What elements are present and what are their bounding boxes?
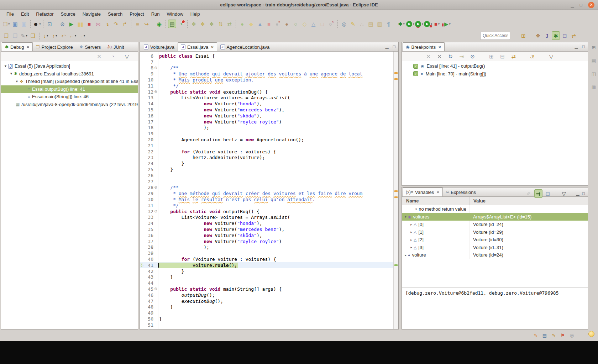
palette-circle-static-outline-icon[interactable]: ○S [327,20,335,28]
open-task-icon[interactable]: ❒ [2,31,10,40]
menu-run[interactable]: Run [148,11,163,17]
resume-icon[interactable]: ▶ [67,20,75,28]
variable-row-5[interactable]: ▸△[3]Voiture (id=31) [402,244,588,252]
line-number[interactable]: 35 [145,227,153,232]
step-over-icon[interactable]: ↷ [112,20,120,28]
code-text[interactable]: for (Voiture voiture : voitures) { [158,149,277,154]
code-text[interactable]: for (Voiture voiture : voitures) { [158,257,277,262]
palette-circle-static-icon[interactable]: ●S [274,20,282,28]
diagram-align-center-icon[interactable]: ❖ [199,20,207,28]
diagram-align-left-icon[interactable]: ❖ [190,20,198,28]
palette-sphere-icon[interactable]: ● [283,20,291,28]
code-text[interactable]: new Voiture("roylce roylce") [158,239,283,244]
code-line-13[interactable]: 13 List<Voiture> voitures = Arrays.asLis… [140,95,393,101]
tab-variables[interactable]: (x)=Variables✕ [403,188,443,196]
code-text[interactable]: new Voiture("sköda"), [158,113,263,118]
palette-circle-filled-icon[interactable]: ● [238,20,246,28]
line-number[interactable]: 50 [145,316,153,322]
remove-breakpoint-icon[interactable]: ✕ [424,52,432,60]
code-line-40[interactable]: 40 for (Voiture voiture : voitures) { [140,256,393,262]
code-line-23[interactable]: 23 hertz.addVoiture(voiture); [140,155,393,161]
ruler-mark[interactable] [394,196,398,198]
code-text[interactable]: new Voiture("mercedes benz"), [158,107,285,112]
line-number[interactable]: 44 [145,280,153,286]
maximize-panel-icon[interactable]: □ [582,44,585,49]
status-sync-icon[interactable]: ◎ [570,333,574,338]
outline-view-icon[interactable]: ▤ [592,58,596,63]
next-annotation-icon[interactable]: ↓▾ [42,31,50,40]
variable-row-1[interactable]: ▼◉voituresArrays$ArrayList<E> (id=15) [402,213,588,221]
code-text[interactable]: public static void main(String[] args) { [158,286,283,292]
view-menu-icon[interactable]: ▽ [560,189,568,198]
code-text[interactable]: } [158,161,185,166]
code-line-38[interactable]: 38 ); [140,244,393,250]
code-line-41[interactable]: →41 voiture.roule(); [140,262,393,268]
status-edit-icon[interactable]: ✎ [534,333,537,338]
code-line-11[interactable]: 11 */ [140,83,393,89]
code-line-48[interactable]: 48 } [140,304,393,310]
code-line-22[interactable]: 22 for (Voiture voiture : voitures) { [140,149,393,155]
show-type-names-icon[interactable]: ✐ [525,189,533,198]
code-text[interactable]: } [158,274,174,280]
search-icon[interactable]: ◎ [340,20,348,28]
diagram-distribute-h-icon[interactable]: ⇄ [225,20,234,28]
expander-icon[interactable]: ▸ [409,246,414,249]
expander-icon[interactable]: ▼ [9,72,14,75]
tree-row-1[interactable]: ▼✱debug.zero.Essai at localhost:38691 [1,70,138,78]
tab-essai-java[interactable]: JEssai.java✕ [178,42,217,51]
code-line-35[interactable]: 35 new Voiture("mercedes benz"), [140,226,393,232]
code-text[interactable]: */ [158,83,180,89]
line-number[interactable]: 17 [145,119,153,125]
variable-row-0[interactable]: ⇥no method return value [402,205,588,213]
line-number[interactable]: 25 [145,167,153,172]
menu-help[interactable]: Help [187,11,204,17]
link-with-debug-icon[interactable]: ⇄ [509,52,518,60]
code-line-42[interactable]: 42 } [140,268,393,274]
line-number[interactable]: 15 [145,107,153,112]
palette-diamond-filled-icon[interactable]: ◆ [247,20,255,28]
palette-triangle-outline-icon[interactable]: △ [309,20,318,28]
line-number[interactable]: 7 [145,59,153,65]
run-to-line-icon[interactable]: ↪ [142,20,151,28]
code-text[interactable]: voiture.roule(); [158,263,238,268]
close-window-icon[interactable]: ✕ [588,2,594,8]
palette-diamond-outline-icon[interactable]: ◇ [300,20,309,28]
new-wizard-icon[interactable]: ❏▾ [2,20,10,28]
code-line-44[interactable]: 44 [140,280,393,286]
line-number[interactable]: 22 [145,149,153,154]
line-number[interactable]: 46 [145,292,153,298]
code-text[interactable]: outputBug(); [158,292,216,298]
code-text[interactable]: } [158,304,174,310]
go-to-file-icon[interactable]: ⇥ [457,52,466,60]
tab-junit[interactable]: JuJUnit [104,42,127,51]
line-number[interactable]: 11 [145,83,153,89]
variable-row-2[interactable]: ▸△[0]Voiture (id=24) [402,221,588,228]
breakpoint-gutter[interactable]: → [140,263,145,267]
fold-icon[interactable]: ⊖ [153,90,158,94]
live-reload-icon[interactable]: ◔ [177,20,185,28]
line-number[interactable]: 39 [145,250,153,256]
menu-navigate[interactable]: Navigate [79,11,104,17]
line-number[interactable]: 30 [145,197,153,202]
line-number[interactable]: 36 [145,233,153,238]
open-type-icon[interactable]: ❒ [29,31,37,40]
code-line-45[interactable]: 45⊖ public static void main(String[] arg… [140,286,393,292]
tree-row-2[interactable]: ▼❖Thread [main] (Suspended (breakpoint a… [1,78,138,85]
show-logical-structure-icon[interactable]: ⇉ [534,189,542,198]
run-launch-icon[interactable]: ▶▾ [406,20,414,28]
variable-row-6[interactable]: ▸●voitureVoiture (id=24) [402,251,588,259]
lightbulb-icon[interactable] [588,331,594,337]
code-text[interactable]: ); [158,125,210,130]
line-number[interactable]: 31 [145,203,153,208]
code-line-31[interactable]: 31 */ [140,202,393,209]
expander-icon[interactable]: ▸ [409,230,414,234]
previous-annotation-icon[interactable]: ↑▾ [51,31,59,40]
quick-access-input[interactable] [480,32,510,40]
close-icon[interactable]: ✕ [211,45,214,49]
code-text[interactable]: ); [158,244,210,250]
terminate-icon[interactable]: ■ [85,20,93,28]
menu-source[interactable]: Source [57,11,79,17]
javaee-perspective-icon[interactable]: ⊟ [561,31,569,40]
close-icon[interactable]: ✕ [26,45,29,49]
tab-agencelocation-java[interactable]: JAgenceLocation.java [217,42,273,51]
